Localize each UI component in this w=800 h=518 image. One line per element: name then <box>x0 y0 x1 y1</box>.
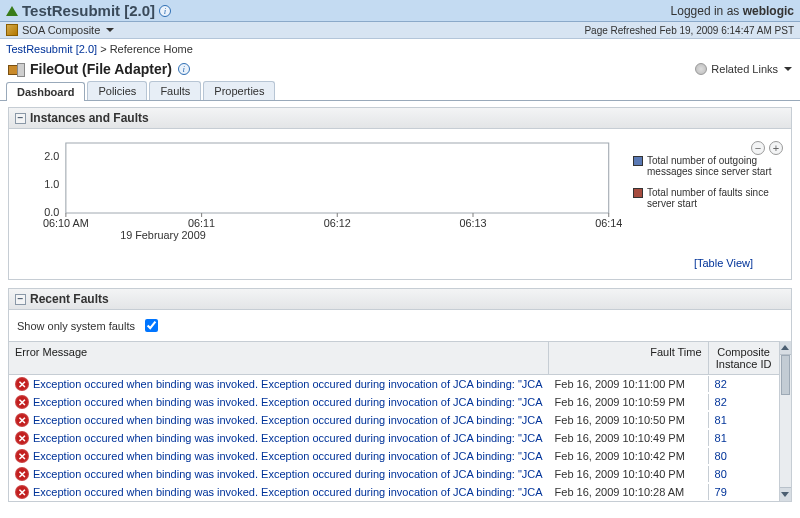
soa-composite-icon <box>6 24 18 36</box>
error-icon: ✕ <box>15 431 29 445</box>
scrollbar[interactable] <box>779 341 791 501</box>
fault-time: Feb 16, 2009 10:10:40 PM <box>549 466 709 482</box>
legend-item: Total number of outgoing messages since … <box>633 155 783 177</box>
fault-message-link[interactable]: Exception occured when binding was invok… <box>33 486 543 498</box>
legend-swatch <box>633 156 643 166</box>
section-title: Instances and Faults <box>30 111 149 125</box>
legend-swatch <box>633 188 643 198</box>
error-icon: ✕ <box>15 449 29 463</box>
table-row: ✕Exception occured when binding was invo… <box>9 483 779 501</box>
table-row: ✕Exception occured when binding was invo… <box>9 375 779 393</box>
show-only-checkbox[interactable] <box>145 319 158 332</box>
scroll-thumb[interactable] <box>781 355 790 395</box>
fault-message-link[interactable]: Exception occured when binding was invok… <box>33 396 543 408</box>
column-header-error[interactable]: Error Message <box>9 342 549 374</box>
table-row: ✕Exception occured when binding was invo… <box>9 447 779 465</box>
section-header: − Instances and Faults <box>9 108 791 129</box>
fault-time: Feb 16, 2009 10:10:42 PM <box>549 448 709 464</box>
page-refreshed: Page Refreshed Feb 19, 2009 6:14:47 AM P… <box>584 25 794 36</box>
table-row: ✕Exception occured when binding was invo… <box>9 411 779 429</box>
composite-instance-link[interactable]: 80 <box>715 468 727 480</box>
fault-message-link[interactable]: Exception occured when binding was invok… <box>33 378 543 390</box>
login-status: Logged in as weblogic <box>671 4 794 18</box>
related-links-icon <box>695 63 707 75</box>
collapse-button[interactable]: − <box>15 113 26 124</box>
breadcrumb-current: Reference Home <box>110 43 193 55</box>
error-icon: ✕ <box>15 377 29 391</box>
tab-policies[interactable]: Policies <box>87 81 147 100</box>
logged-in-user: weblogic <box>743 4 794 18</box>
chart-area: 0.01.02.006:10 AM06:1106:1206:1306:1419 … <box>17 137 625 247</box>
svg-text:19 February 2009: 19 February 2009 <box>120 230 206 241</box>
svg-text:2.0: 2.0 <box>44 151 59 162</box>
tabs: DashboardPoliciesFaultsProperties <box>0 81 800 101</box>
table-row: ✕Exception occured when binding was invo… <box>9 429 779 447</box>
composite-instance-link[interactable]: 79 <box>715 486 727 498</box>
fault-time: Feb 16, 2009 10:10:49 PM <box>549 430 709 446</box>
svg-text:06:10 AM: 06:10 AM <box>43 218 89 229</box>
composite-instance-link[interactable]: 81 <box>715 432 727 444</box>
collapse-button[interactable]: − <box>15 294 26 305</box>
breadcrumb: TestResubmit [2.0] > Reference Home <box>0 39 800 59</box>
zoom-out-button[interactable]: − <box>751 141 765 155</box>
composite-instance-link[interactable]: 80 <box>715 450 727 462</box>
recent-faults-section: − Recent Faults Show only system faults … <box>8 288 792 502</box>
file-adapter-icon <box>8 62 24 76</box>
column-header-time[interactable]: Fault Time <box>549 342 709 374</box>
section-header: − Recent Faults <box>9 289 791 310</box>
composite-menu[interactable]: SOA Composite <box>6 24 114 36</box>
tab-properties[interactable]: Properties <box>203 81 275 100</box>
svg-text:06:12: 06:12 <box>324 218 351 229</box>
breadcrumb-sep: > <box>100 43 106 55</box>
top-banner: TestResubmit [2.0] i Logged in as weblog… <box>0 0 800 22</box>
table-view-link[interactable]: [Table View] <box>694 257 753 269</box>
composite-instance-link[interactable]: 81 <box>715 414 727 426</box>
fault-time: Feb 16, 2009 10:10:50 PM <box>549 412 709 428</box>
chevron-down-icon <box>784 67 792 71</box>
legend-label: Total number of outgoing messages since … <box>647 155 783 177</box>
svg-rect-0 <box>66 143 609 213</box>
scroll-up-button[interactable] <box>780 341 791 355</box>
zoom-in-button[interactable]: + <box>769 141 783 155</box>
tab-faults[interactable]: Faults <box>149 81 201 100</box>
info-icon[interactable]: i <box>178 63 190 75</box>
fault-time: Feb 16, 2009 10:11:00 PM <box>549 376 709 392</box>
table-row: ✕Exception occured when binding was invo… <box>9 465 779 483</box>
fault-message-link[interactable]: Exception occured when binding was invok… <box>33 450 543 462</box>
breadcrumb-link[interactable]: TestResubmit [2.0] <box>6 43 97 55</box>
error-icon: ✕ <box>15 467 29 481</box>
related-links-menu[interactable]: Related Links <box>695 63 792 75</box>
svg-text:06:13: 06:13 <box>459 218 486 229</box>
error-icon: ✕ <box>15 395 29 409</box>
error-icon: ✕ <box>15 485 29 499</box>
svg-text:06:11: 06:11 <box>188 218 215 229</box>
fault-time: Feb 16, 2009 10:10:28 AM <box>549 484 709 500</box>
column-header-id[interactable]: Composite Instance ID <box>709 342 779 374</box>
nav-up-icon[interactable] <box>6 6 18 16</box>
svg-text:0.0: 0.0 <box>44 207 59 218</box>
fault-message-link[interactable]: Exception occured when binding was invok… <box>33 468 543 480</box>
faults-table: Error Message Fault Time Composite Insta… <box>9 341 779 501</box>
legend-label: Total number of faults since server star… <box>647 187 783 209</box>
legend-item: Total number of faults since server star… <box>633 187 783 209</box>
banner-title: TestResubmit [2.0] <box>22 2 155 19</box>
fault-time: Feb 16, 2009 10:10:59 PM <box>549 394 709 410</box>
logged-in-label: Logged in as <box>671 4 740 18</box>
show-only-label: Show only system faults <box>17 320 135 332</box>
title-row: FileOut (File Adapter) i Related Links <box>0 59 800 81</box>
instances-faults-section: − Instances and Faults 0.01.02.006:10 AM… <box>8 107 792 280</box>
info-icon[interactable]: i <box>159 5 171 17</box>
fault-message-link[interactable]: Exception occured when binding was invok… <box>33 432 543 444</box>
composite-instance-link[interactable]: 82 <box>715 396 727 408</box>
tab-dashboard[interactable]: Dashboard <box>6 82 85 101</box>
svg-text:1.0: 1.0 <box>44 179 59 190</box>
error-icon: ✕ <box>15 413 29 427</box>
fault-message-link[interactable]: Exception occured when binding was invok… <box>33 414 543 426</box>
section-title: Recent Faults <box>30 292 109 306</box>
composite-instance-link[interactable]: 82 <box>715 378 727 390</box>
composite-bar: SOA Composite Page Refreshed Feb 19, 200… <box>0 22 800 39</box>
svg-text:06:14: 06:14 <box>595 218 622 229</box>
scroll-down-button[interactable] <box>780 487 791 501</box>
page-title: FileOut (File Adapter) <box>30 61 172 77</box>
table-row: ✕Exception occured when binding was invo… <box>9 393 779 411</box>
